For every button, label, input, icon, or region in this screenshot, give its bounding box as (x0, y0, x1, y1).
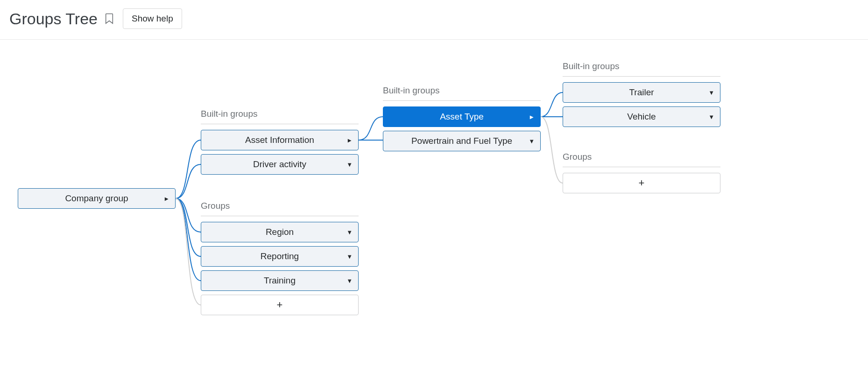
node-asset-information[interactable]: Asset Information ► (201, 130, 359, 150)
node-region[interactable]: Region ▼ (201, 222, 359, 242)
node-label: Asset Information (201, 135, 358, 145)
node-label: Vehicle (563, 112, 720, 122)
node-label: Region (201, 227, 358, 237)
node-label: Driver activity (201, 159, 358, 170)
node-vehicle[interactable]: Vehicle ▼ (563, 106, 720, 127)
tree-canvas: Company group ► Built-in groups Groups A… (0, 40, 868, 388)
page-header: Groups Tree Show help (0, 0, 868, 40)
add-group-button-l4[interactable]: + (563, 173, 720, 193)
node-label: Training (201, 276, 358, 286)
node-trailer[interactable]: Trailer ▼ (563, 82, 720, 103)
section-heading-builtin-l4: Built-in groups (563, 61, 720, 77)
section-heading-groups-l4: Groups (563, 152, 720, 167)
plus-icon: + (201, 299, 358, 311)
chevron-down-icon: ▼ (346, 254, 353, 260)
node-label: Company group (18, 193, 175, 204)
chevron-down-icon: ▼ (346, 229, 353, 235)
node-label: Trailer (563, 87, 720, 98)
bookmark-icon[interactable] (103, 12, 115, 26)
node-driver-activity[interactable]: Driver activity ▼ (201, 154, 359, 175)
plus-icon: + (563, 177, 720, 189)
node-asset-type[interactable]: Asset Type ► (383, 106, 541, 127)
node-label: Asset Type (383, 112, 540, 122)
chevron-down-icon: ▼ (346, 162, 353, 168)
section-heading-builtin-l3: Built-in groups (383, 85, 541, 101)
chevron-down-icon: ▼ (708, 114, 714, 120)
node-label: Reporting (201, 251, 358, 262)
node-label: Powertrain and Fuel Type (383, 136, 540, 146)
chevron-down-icon: ▼ (346, 278, 353, 284)
chevron-down-icon: ▼ (708, 90, 714, 96)
show-help-button[interactable]: Show help (123, 8, 182, 29)
node-company-group[interactable]: Company group ► (18, 188, 176, 209)
section-heading-groups-l2: Groups (201, 201, 359, 216)
chevron-right-icon: ► (529, 114, 535, 120)
chevron-down-icon: ▼ (529, 138, 535, 144)
node-powertrain-fuel[interactable]: Powertrain and Fuel Type ▼ (383, 131, 541, 151)
node-reporting[interactable]: Reporting ▼ (201, 246, 359, 267)
page-title: Groups Tree (9, 10, 98, 28)
section-heading-builtin-l2: Built-in groups (201, 109, 359, 124)
add-group-button-l2[interactable]: + (201, 295, 359, 315)
chevron-right-icon: ► (346, 137, 353, 143)
node-training[interactable]: Training ▼ (201, 270, 359, 291)
chevron-right-icon: ► (163, 196, 169, 202)
